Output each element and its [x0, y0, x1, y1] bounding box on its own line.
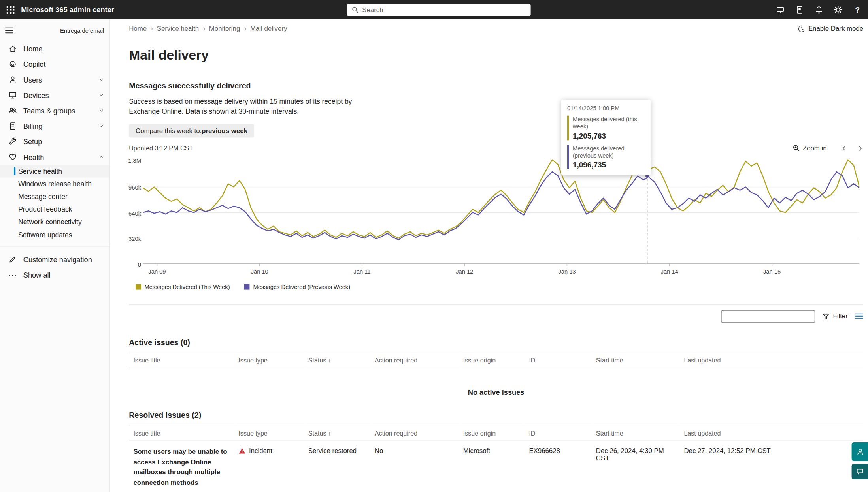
dark-mode-toggle[interactable]: Enable Dark mode — [797, 24, 863, 32]
updated-timestamp: Updated 3:12 PM CST — [129, 145, 193, 152]
sidebar-item-users[interactable]: Users — [0, 72, 109, 87]
support-chat-button[interactable] — [852, 464, 868, 479]
search-icon — [351, 6, 358, 13]
settings-button[interactable] — [828, 0, 848, 19]
sidebar-item-label: Copilot — [23, 60, 46, 68]
col-id[interactable]: ID — [525, 353, 591, 368]
sidebar-item-devices[interactable]: Devices — [0, 87, 109, 103]
legend-item-this-week[interactable]: Messages Delivered (This Week) — [136, 284, 230, 291]
col-issue-title[interactable]: Issue title — [129, 353, 234, 368]
sidebar-item-label: Home — [23, 45, 43, 53]
monitor-icon — [8, 91, 17, 100]
main-content: Home › Service health › Monitoring › Mai… — [111, 19, 868, 492]
breadcrumb-separator-icon: › — [151, 24, 153, 33]
legend-label: Messages Delivered (This Week) — [144, 284, 230, 291]
whats-new-button[interactable] — [770, 0, 790, 19]
tooltip-entry: Messages delivered (previous week) 1,096… — [567, 145, 645, 169]
nav-collapse-button[interactable] — [5, 27, 13, 34]
issue-status: Service restored — [304, 441, 370, 492]
col-issue-origin[interactable]: Issue origin — [459, 426, 525, 441]
sidebar-item-setup[interactable]: Setup — [0, 134, 109, 149]
breadcrumb: Home › Service health › Monitoring › Mai… — [129, 24, 287, 33]
sidebar-item-teams-groups[interactable]: Teams & groups — [0, 103, 109, 118]
col-status[interactable]: Status ↑ — [304, 353, 370, 368]
sidebar-item-label: Teams & groups — [23, 107, 75, 115]
sidebar-item-show-all[interactable]: ··· Show all — [0, 267, 109, 282]
sidebar-item-message-center[interactable]: Message center — [0, 190, 109, 203]
section-description: Success is based on message delivery wit… — [129, 97, 375, 117]
col-id[interactable]: ID — [525, 426, 591, 441]
active-issues-table: Issue title Issue type Status ↑ Action r… — [129, 353, 863, 368]
issue-title[interactable]: Some users may be unable to access Excha… — [129, 441, 234, 492]
release-notes-button[interactable] — [790, 0, 809, 19]
sidebar-item-customize-navigation[interactable]: Customize navigation — [0, 252, 109, 267]
col-action-required[interactable]: Action required — [370, 426, 459, 441]
compare-week-button[interactable]: Compare this week to: previous week — [129, 124, 254, 138]
chart-svg[interactable] — [143, 156, 859, 267]
col-action-required[interactable]: Action required — [370, 353, 459, 368]
x-tick-label: Jan 14 — [661, 268, 678, 275]
sidebar-item-copilot[interactable]: Copilot — [0, 56, 109, 72]
list-view-icon[interactable] — [855, 313, 863, 320]
sidebar-item-label: Show all — [23, 270, 51, 279]
issue-id: EX966628 — [525, 441, 591, 492]
legend-swatch — [244, 284, 250, 290]
sidebar-item-label: Health — [23, 153, 44, 161]
app-launcher-button[interactable] — [0, 0, 21, 19]
chevron-down-icon — [98, 92, 104, 98]
global-search-input[interactable] — [362, 6, 526, 14]
sidebar-subitem-label: Network connectivity — [18, 218, 81, 226]
no-active-issues-message: No active issues — [129, 388, 863, 396]
issue-row[interactable]: Some users may be unable to access Excha… — [129, 441, 863, 492]
resolved-issues-title: Resolved issues (2) — [129, 411, 863, 420]
sidebar-item-product-feedback[interactable]: Product feedback — [0, 203, 109, 216]
sidebar-item-billing[interactable]: Billing — [0, 118, 109, 134]
gear-icon — [833, 5, 843, 15]
zoom-in-button[interactable]: Zoom in — [792, 145, 826, 152]
x-tick-label: Jan 15 — [763, 268, 781, 275]
chevron-right-icon[interactable] — [857, 145, 863, 151]
col-start-time[interactable]: Start time — [592, 353, 680, 368]
issues-search[interactable] — [721, 310, 815, 323]
sidebar-item-network-connectivity[interactable]: Network connectivity — [0, 216, 109, 228]
sidebar-item-health[interactable]: Health — [0, 149, 109, 165]
feedback-button[interactable] — [852, 442, 868, 461]
col-issue-type[interactable]: Issue type — [234, 353, 304, 368]
moon-icon — [797, 24, 805, 32]
sidebar-item-software-updates[interactable]: Software updates — [0, 228, 109, 241]
col-issue-title[interactable]: Issue title — [129, 426, 234, 441]
breadcrumb-item[interactable]: Monitoring — [209, 24, 240, 32]
tooltip-entry: Messages delivered (this week) 1,205,763 — [567, 116, 645, 140]
global-search[interactable] — [347, 4, 530, 16]
issues-search-input[interactable] — [729, 312, 815, 320]
col-last-updated[interactable]: Last updated — [679, 426, 863, 441]
chart-legend: Messages Delivered (This Week) Messages … — [136, 284, 863, 291]
sidebar-item-label: Users — [23, 75, 42, 84]
breadcrumb-item[interactable]: Home — [129, 24, 147, 32]
sidebar-item-home[interactable]: Home — [0, 41, 109, 56]
breadcrumb-item[interactable]: Service health — [157, 24, 199, 32]
col-status[interactable]: Status ↑ — [304, 426, 370, 441]
filter-button[interactable]: Filter — [823, 312, 848, 320]
col-issue-type[interactable]: Issue type — [234, 426, 304, 441]
incident-icon — [238, 447, 245, 454]
compare-prefix: Compare this week to: — [136, 127, 202, 135]
chart-tooltip: 01/14/2025 1:00 PM Messages delivered (t… — [561, 100, 651, 175]
notifications-button[interactable] — [809, 0, 828, 19]
tooltip-series-bar — [567, 145, 569, 169]
app-title[interactable]: Microsoft 365 admin center — [21, 6, 114, 14]
chevron-left-icon[interactable] — [841, 145, 847, 151]
col-start-time[interactable]: Start time — [592, 426, 680, 441]
legend-item-previous-week[interactable]: Messages Delivered (Previous Week) — [244, 284, 350, 291]
tooltip-datetime: 01/14/2025 1:00 PM — [567, 105, 645, 111]
x-tick-label: Jan 13 — [558, 268, 576, 275]
invoice-icon — [8, 122, 17, 130]
col-issue-origin[interactable]: Issue origin — [459, 353, 525, 368]
sidebar-item-label: Devices — [23, 91, 49, 99]
sidebar-item-service-health[interactable]: Service health — [0, 165, 109, 177]
breadcrumb-separator-icon: › — [244, 24, 246, 33]
chevron-down-icon — [98, 108, 104, 113]
help-button[interactable]: ? — [848, 0, 867, 19]
col-last-updated[interactable]: Last updated — [679, 353, 863, 368]
sidebar-item-windows-release-health[interactable]: Windows release health — [0, 177, 109, 190]
